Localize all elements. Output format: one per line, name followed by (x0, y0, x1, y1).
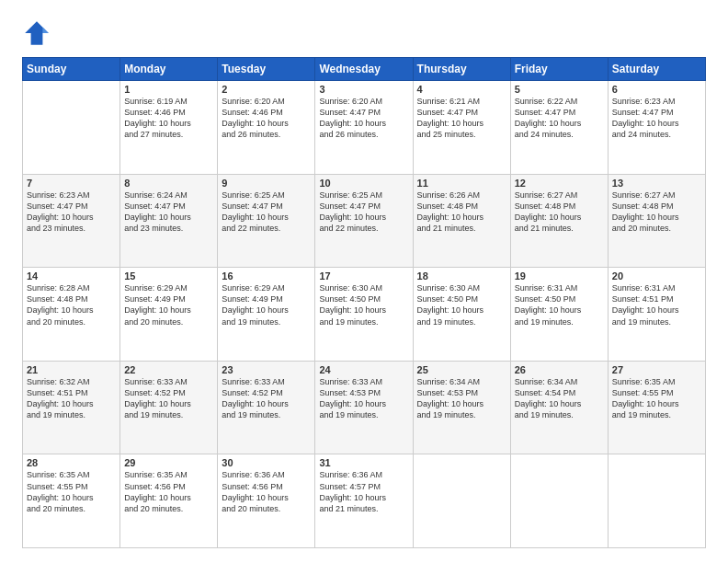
day-number: 27 (612, 364, 701, 375)
day-number: 1 (124, 84, 213, 95)
day-number: 7 (27, 178, 116, 189)
day-number: 2 (222, 84, 311, 95)
calendar-cell: 4Sunrise: 6:21 AM Sunset: 4:47 PM Daylig… (413, 81, 510, 175)
day-number: 16 (222, 270, 311, 282)
day-number: 4 (417, 84, 506, 95)
cell-info: Sunrise: 6:23 AM Sunset: 4:47 PM Dayligh… (612, 96, 701, 141)
day-number: 9 (222, 178, 311, 189)
cell-info: Sunrise: 6:35 AM Sunset: 4:55 PM Dayligh… (612, 376, 701, 421)
calendar-cell (510, 454, 608, 548)
day-number: 19 (515, 270, 604, 282)
day-number: 6 (612, 84, 701, 95)
day-number: 20 (612, 270, 701, 282)
col-header-saturday: Saturday (608, 58, 705, 81)
cell-info: Sunrise: 6:29 AM Sunset: 4:49 PM Dayligh… (222, 282, 311, 327)
calendar-cell: 22Sunrise: 6:33 AM Sunset: 4:52 PM Dayli… (120, 361, 218, 454)
day-number: 24 (319, 364, 408, 375)
cell-info: Sunrise: 6:33 AM Sunset: 4:52 PM Dayligh… (222, 376, 311, 421)
calendar-cell: 17Sunrise: 6:30 AM Sunset: 4:50 PM Dayli… (315, 268, 413, 362)
cell-info: Sunrise: 6:25 AM Sunset: 4:47 PM Dayligh… (222, 190, 311, 235)
day-number: 21 (27, 364, 116, 375)
col-header-tuesday: Tuesday (218, 58, 315, 81)
calendar-cell: 3Sunrise: 6:20 AM Sunset: 4:47 PM Daylig… (315, 81, 413, 175)
calendar-cell: 25Sunrise: 6:34 AM Sunset: 4:53 PM Dayli… (413, 361, 510, 454)
day-number: 17 (319, 270, 408, 282)
calendar-cell: 11Sunrise: 6:26 AM Sunset: 4:48 PM Dayli… (413, 174, 510, 268)
calendar-cell (608, 454, 705, 548)
day-number: 15 (124, 270, 213, 282)
calendar-cell: 5Sunrise: 6:22 AM Sunset: 4:47 PM Daylig… (510, 81, 608, 175)
day-number: 3 (319, 84, 408, 95)
calendar-cell: 14Sunrise: 6:28 AM Sunset: 4:48 PM Dayli… (23, 268, 120, 362)
day-number: 11 (417, 178, 506, 189)
calendar-cell: 30Sunrise: 6:36 AM Sunset: 4:56 PM Dayli… (218, 454, 315, 548)
day-number: 29 (124, 457, 213, 468)
cell-info: Sunrise: 6:31 AM Sunset: 4:51 PM Dayligh… (612, 282, 701, 327)
calendar-cell: 6Sunrise: 6:23 AM Sunset: 4:47 PM Daylig… (608, 81, 705, 175)
day-number: 14 (27, 270, 116, 282)
day-number: 26 (515, 364, 604, 375)
calendar-cell: 10Sunrise: 6:25 AM Sunset: 4:47 PM Dayli… (315, 174, 413, 268)
calendar-cell: 1Sunrise: 6:19 AM Sunset: 4:46 PM Daylig… (120, 81, 218, 175)
calendar-cell: 12Sunrise: 6:27 AM Sunset: 4:48 PM Dayli… (510, 174, 608, 268)
cell-info: Sunrise: 6:35 AM Sunset: 4:56 PM Dayligh… (124, 469, 213, 514)
cell-info: Sunrise: 6:35 AM Sunset: 4:55 PM Dayligh… (27, 469, 116, 514)
cell-info: Sunrise: 6:27 AM Sunset: 4:48 PM Dayligh… (612, 190, 701, 235)
cell-info: Sunrise: 6:25 AM Sunset: 4:47 PM Dayligh… (319, 190, 408, 235)
col-header-friday: Friday (510, 58, 608, 81)
cell-info: Sunrise: 6:26 AM Sunset: 4:48 PM Dayligh… (417, 190, 506, 235)
calendar-cell: 9Sunrise: 6:25 AM Sunset: 4:47 PM Daylig… (218, 174, 315, 268)
calendar-cell: 15Sunrise: 6:29 AM Sunset: 4:49 PM Dayli… (120, 268, 218, 362)
calendar-table: SundayMondayTuesdayWednesdayThursdayFrid… (22, 57, 706, 548)
cell-info: Sunrise: 6:30 AM Sunset: 4:50 PM Dayligh… (417, 282, 506, 327)
calendar-cell: 18Sunrise: 6:30 AM Sunset: 4:50 PM Dayli… (413, 268, 510, 362)
day-number: 8 (124, 178, 213, 189)
calendar-cell: 13Sunrise: 6:27 AM Sunset: 4:48 PM Dayli… (608, 174, 705, 268)
week-row-2: 14Sunrise: 6:28 AM Sunset: 4:48 PM Dayli… (23, 268, 706, 362)
svg-marker-1 (42, 28, 48, 33)
calendar-cell: 19Sunrise: 6:31 AM Sunset: 4:50 PM Dayli… (510, 268, 608, 362)
cell-info: Sunrise: 6:22 AM Sunset: 4:47 PM Dayligh… (515, 96, 604, 141)
cell-info: Sunrise: 6:21 AM Sunset: 4:47 PM Dayligh… (417, 96, 506, 141)
calendar-cell: 24Sunrise: 6:33 AM Sunset: 4:53 PM Dayli… (315, 361, 413, 454)
week-row-1: 7Sunrise: 6:23 AM Sunset: 4:47 PM Daylig… (23, 174, 706, 268)
col-header-thursday: Thursday (413, 58, 510, 81)
calendar-cell: 27Sunrise: 6:35 AM Sunset: 4:55 PM Dayli… (608, 361, 705, 454)
day-number: 13 (612, 178, 701, 189)
week-row-0: 1Sunrise: 6:19 AM Sunset: 4:46 PM Daylig… (23, 81, 706, 175)
day-number: 12 (515, 178, 604, 189)
col-header-monday: Monday (120, 58, 218, 81)
header (22, 18, 706, 48)
cell-info: Sunrise: 6:24 AM Sunset: 4:47 PM Dayligh… (124, 190, 213, 235)
week-row-3: 21Sunrise: 6:32 AM Sunset: 4:51 PM Dayli… (23, 361, 706, 454)
logo (22, 18, 55, 48)
logo-icon (22, 18, 51, 48)
calendar-cell: 28Sunrise: 6:35 AM Sunset: 4:55 PM Dayli… (23, 454, 120, 548)
day-number: 10 (319, 178, 408, 189)
cell-info: Sunrise: 6:20 AM Sunset: 4:47 PM Dayligh… (319, 96, 408, 141)
cell-info: Sunrise: 6:33 AM Sunset: 4:53 PM Dayligh… (319, 376, 408, 421)
calendar-cell: 8Sunrise: 6:24 AM Sunset: 4:47 PM Daylig… (120, 174, 218, 268)
calendar-cell: 21Sunrise: 6:32 AM Sunset: 4:51 PM Dayli… (23, 361, 120, 454)
day-number: 23 (222, 364, 311, 375)
calendar-cell: 2Sunrise: 6:20 AM Sunset: 4:46 PM Daylig… (218, 81, 315, 175)
calendar-cell (23, 81, 120, 175)
calendar-cell: 29Sunrise: 6:35 AM Sunset: 4:56 PM Dayli… (120, 454, 218, 548)
cell-info: Sunrise: 6:31 AM Sunset: 4:50 PM Dayligh… (515, 282, 604, 327)
cell-info: Sunrise: 6:33 AM Sunset: 4:52 PM Dayligh… (124, 376, 213, 421)
calendar-cell: 20Sunrise: 6:31 AM Sunset: 4:51 PM Dayli… (608, 268, 705, 362)
day-number: 5 (515, 84, 604, 95)
cell-info: Sunrise: 6:36 AM Sunset: 4:56 PM Dayligh… (222, 469, 311, 514)
week-row-4: 28Sunrise: 6:35 AM Sunset: 4:55 PM Dayli… (23, 454, 706, 548)
cell-info: Sunrise: 6:23 AM Sunset: 4:47 PM Dayligh… (27, 190, 116, 235)
day-number: 28 (27, 457, 116, 468)
calendar-cell: 16Sunrise: 6:29 AM Sunset: 4:49 PM Dayli… (218, 268, 315, 362)
col-header-sunday: Sunday (23, 58, 120, 81)
cell-info: Sunrise: 6:36 AM Sunset: 4:57 PM Dayligh… (319, 469, 408, 514)
calendar-cell: 7Sunrise: 6:23 AM Sunset: 4:47 PM Daylig… (23, 174, 120, 268)
col-header-wednesday: Wednesday (315, 58, 413, 81)
day-number: 25 (417, 364, 506, 375)
calendar-cell: 23Sunrise: 6:33 AM Sunset: 4:52 PM Dayli… (218, 361, 315, 454)
day-number: 31 (319, 457, 408, 468)
cell-info: Sunrise: 6:34 AM Sunset: 4:54 PM Dayligh… (515, 376, 604, 421)
